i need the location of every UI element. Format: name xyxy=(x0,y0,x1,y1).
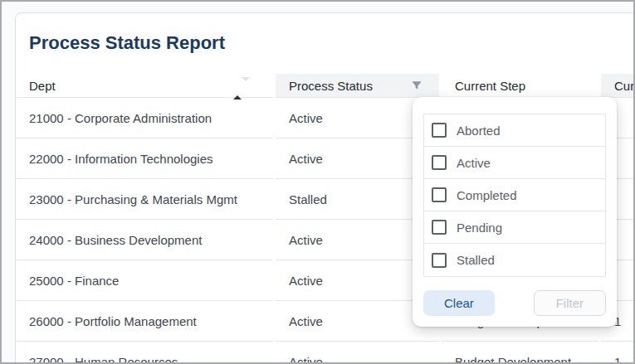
filter-option-stalled[interactable]: Stalled xyxy=(424,244,605,276)
checkbox-active[interactable] xyxy=(432,155,447,170)
filter-option-label: Aborted xyxy=(457,124,501,138)
filter-button[interactable]: Filter xyxy=(534,290,606,316)
table-header-row: Dept Process Status Current Step Curre xyxy=(16,74,635,98)
checkbox-stalled[interactable] xyxy=(432,253,447,268)
column-header-current-step-label: Current Step xyxy=(455,79,525,93)
filter-option-list: Aborted Active Completed Pending Stalled xyxy=(423,114,606,277)
popup-button-row: Clear Filter xyxy=(423,290,606,316)
filter-popup: Aborted Active Completed Pending Stalled… xyxy=(413,97,617,327)
cell-dept: 23000 - Purchasing & Materials Mgmt xyxy=(16,179,273,220)
clear-button[interactable]: Clear xyxy=(423,290,495,316)
filter-funnel-icon[interactable] xyxy=(411,80,423,91)
filter-option-pending[interactable]: Pending xyxy=(424,211,605,244)
filter-option-label: Completed xyxy=(457,188,517,202)
column-header-current-extra[interactable]: Curre xyxy=(601,74,635,98)
column-header-current-step[interactable]: Current Step xyxy=(442,74,598,98)
filter-option-active[interactable]: Active xyxy=(424,147,605,179)
filter-option-completed[interactable]: Completed xyxy=(424,179,605,211)
cell-dept: 27000 - Human Resources xyxy=(16,342,273,364)
column-header-process-status-label: Process Status xyxy=(289,79,373,93)
cell-dept: 22000 - Information Technologies xyxy=(16,138,273,179)
filter-option-label: Pending xyxy=(457,221,502,235)
column-header-dept[interactable]: Dept xyxy=(16,74,273,98)
checkbox-completed[interactable] xyxy=(432,187,447,202)
column-header-current-extra-label: Curre xyxy=(614,79,635,93)
cell-step: Budget Development xyxy=(442,342,598,364)
cell-dept: 26000 - Portfolio Management xyxy=(16,301,273,342)
cell-status: Active xyxy=(276,342,439,364)
column-header-dept-label: Dept xyxy=(29,79,56,93)
checkbox-aborted[interactable] xyxy=(432,123,447,138)
filter-option-label: Active xyxy=(457,156,491,170)
cell-dept: 25000 - Finance xyxy=(16,260,273,301)
cell-dept: 21000 - Corporate Administration xyxy=(16,98,273,138)
table-row[interactable]: 27000 - Human Resources Active Budget De… xyxy=(16,342,635,364)
cell-extra: 1 xyxy=(601,342,635,364)
filter-option-label: Stalled xyxy=(457,253,495,267)
checkbox-pending[interactable] xyxy=(432,220,447,235)
page-title: Process Status Report xyxy=(29,32,635,54)
column-header-process-status[interactable]: Process Status xyxy=(276,74,439,98)
filter-option-aborted[interactable]: Aborted xyxy=(424,114,605,147)
sort-ascending-icon[interactable] xyxy=(233,81,242,90)
cell-dept: 24000 - Business Development xyxy=(16,220,273,260)
